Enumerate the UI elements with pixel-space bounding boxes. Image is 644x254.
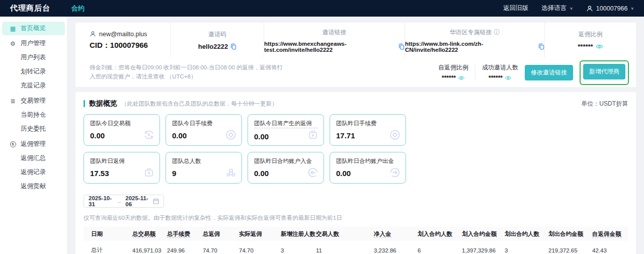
unit-label: 单位：USDT折算 [581,100,628,108]
back-to-old-version-link[interactable]: 返回旧版 [503,4,528,13]
user-id: 100007966 [596,5,628,12]
stat-label: 团队昨日合约账户出金 [336,157,399,165]
cell: 249.96 [159,247,195,253]
invite-link-section: 邀请链接 https://www.bmexchangeaws-test.com/… [264,23,405,58]
arrow-right-icon: → [116,198,122,204]
sidebar-item-home-overview[interactable]: ▦ 首页概览 [2,22,65,35]
data-overview-card: 数据概览 （此处团队数据包含自己及团队的总数据，每十分钟一更新） 单位：USDT… [75,92,636,254]
arrow-out-circle-icon [389,166,401,179]
sidebar-item-label: 返佣管理 [21,140,46,148]
table-row-total: 总计 416,971.03 249.96 74.70 74.70 3 11 3,… [84,241,628,254]
cashbox-yen-icon: ¥ [143,166,155,179]
overview-title: 数据概览 [89,99,117,108]
rebate-ratio-value: ****** [578,43,593,50]
arrow-in-circle-icon [307,166,319,179]
language-select[interactable]: 选择语言 ∨ [541,4,573,13]
sidebar-item-user-list[interactable]: 用户列表 [2,51,65,64]
date-start: 2025-10-31 [89,195,113,207]
account-cid: CID：100007966 [90,41,148,50]
col-net-deposit[interactable]: 净入金 [374,231,391,238]
stat-label[interactable]: 团队今日将产生的返佣 [254,120,317,128]
self-rebate-ratio: 自返佣比例 ****** [438,63,468,81]
user-menu[interactable]: 100007966 ∨ [586,5,634,12]
add-agent-button[interactable]: 新增代理商 [583,64,625,79]
sidebar-item-rebate-summary[interactable]: 返佣汇总 [2,151,65,165]
stat-card-grid: 团队今日交易额 0.00 ¥ 团队今日手续费 0.00 团队今日将产生的返佣 0… [84,114,628,184]
sidebar-item-history-orders[interactable]: 历史委托 [2,122,65,136]
rebate-ratio-section: 返佣比例 ****** [545,23,636,58]
section-accent-bar [84,100,85,107]
invite-code-value: hello2222 [198,43,228,50]
sidebar-item-rebate-contribution[interactable]: 返佣贡献 [2,180,65,193]
sidebar-item-user-management[interactable]: ⚙ 用户管理 [2,37,65,50]
exchange-yen-icon: ¥ [143,129,155,141]
sidebar-item-label: 当前持仓 [21,111,46,119]
language-label: 选择语言 [541,4,567,13]
sidebar-item-current-positions[interactable]: 当前持仓 [2,108,65,122]
rebate-ratio-label: 返佣比例 [579,30,603,39]
stat-label: 团队昨日手续费 [336,120,399,127]
overview-subtitle: （此处团队数据包含自己及团队的总数据，每十分钟一更新） [121,100,278,108]
main-content: new@mailto.plus CID：100007966 邀请码 hello2… [67,17,644,254]
sidebar-item-label: 用户列表 [21,53,46,62]
divider [475,65,475,80]
stat-label: 团队今日交易额 [90,120,153,127]
svg-text:¥: ¥ [147,171,150,176]
col-total-rebate: 总返佣 [203,231,220,237]
edit-invite-link-button[interactable]: 修改邀请链接 [525,65,573,80]
eye-icon[interactable] [596,44,603,49]
col-total-volume[interactable]: 总交易额 [132,231,155,238]
eye-icon[interactable] [505,75,512,80]
stat-label: 团队总人数 [172,157,235,165]
eye-icon[interactable] [458,75,465,80]
sidebar-item-rebate-management[interactable]: $ 返佣管理 [2,137,65,151]
info-icon[interactable]: ⓘ [494,28,500,37]
sidebar-item-rebate-records[interactable]: 返佣记录 [2,165,65,179]
sidebar-item-label: 充提记录 [21,81,46,90]
col-self-rebate-amount[interactable]: 自返佣金额 [592,231,621,238]
cell: 3,232.86 [366,247,410,253]
date-range-picker[interactable]: 2025-10-31 → 2025-11-06 [84,195,164,208]
sidebar-item-label: 返佣贡献 [21,182,46,191]
stat-card-team-yesterday-rebate: 团队昨日返佣 17.53 ¥ [84,152,160,184]
date-end: 2025-11-06 [125,195,149,207]
dollar-circle-icon: $ [9,141,17,147]
sidebar: ▦ 首页概览 ⚙ 用户管理 用户列表 划转记录 充提记录 ≣ 交易管理 当前持仓… [0,17,67,254]
col-total-fee[interactable]: 总手续费 [167,231,190,238]
profile-card: new@mailto.plus CID：100007966 邀请码 hello2… [75,23,636,87]
sidebar-item-deposit-withdraw-records[interactable]: 充提记录 [2,79,65,93]
invite-code-label: 邀请码 [208,30,226,39]
copy-icon[interactable] [538,43,544,50]
invited-count: 成功邀请人数 ****** [482,63,518,81]
col-transfer-in-amount: 划入合约金额 [462,231,497,237]
gear-icon: ⚙ [9,40,17,47]
cell: 416,971.03 [125,247,159,253]
copy-icon[interactable] [398,43,405,50]
grid-icon: ▦ [9,25,17,32]
chevron-down-icon: ∨ [570,7,573,11]
copy-icon[interactable] [230,43,236,50]
cn-link-section: 华语区专属链接 ⓘ https://www.bm-link.com/zh-CN/… [405,23,545,58]
stat-card-team-today-rebate: 团队今日将产生的返佣 0.00 ¥ [248,114,324,146]
col-transfer-out-users: 划出合约人数 [505,231,539,237]
commission-notice: 佣金到账：您将在每日09:00 收到前一日08:00-当日08:00 的返佣，返… [90,63,288,81]
chevron-down-icon: ∨ [630,7,634,11]
cell: 3 [497,247,541,253]
cell: 74.70 [195,247,231,253]
nav-contract[interactable]: 合约 [71,4,85,13]
sidebar-item-label: 首页概览 [21,24,46,33]
cell: 11 [308,247,366,253]
sidebar-item-trade-management[interactable]: ≣ 交易管理 [2,94,65,108]
sidebar-item-label: 返佣记录 [21,168,46,177]
stat-label: 团队今日手续费 [172,120,235,127]
col-actual-rebate: 实际返佣 [239,231,262,237]
sidebar-item-label: 用户管理 [21,39,46,48]
list-icon: ≣ [9,98,17,105]
person-icon [90,31,96,37]
cell: 42.43 [585,247,628,253]
sidebar-item-transfer-records[interactable]: 划转记录 [2,65,65,78]
invited-count-value: ****** [489,74,503,81]
cell: 6 [410,247,454,253]
cell: 1,397,329.86 [454,247,497,253]
invite-link-label: 邀请链接 [323,28,347,37]
